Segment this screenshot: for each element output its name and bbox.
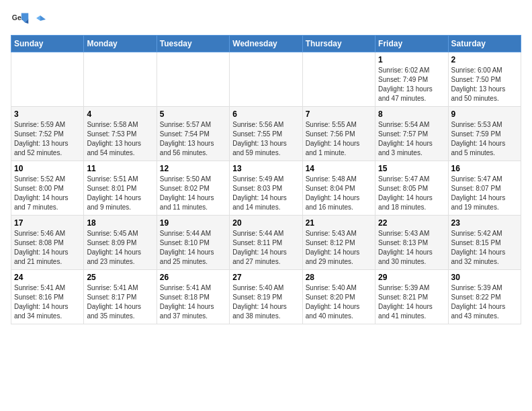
calendar-cell: 13Sunrise: 5:49 AM Sunset: 8:03 PM Dayli… <box>230 161 302 216</box>
day-detail: Sunrise: 5:47 AM Sunset: 8:05 PM Dayligh… <box>378 175 445 212</box>
calendar-cell <box>84 52 157 107</box>
day-number: 6 <box>232 109 299 119</box>
day-number: 8 <box>378 109 445 119</box>
day-number: 3 <box>14 109 81 119</box>
logo-icon: Gen <box>11 11 30 30</box>
calendar-cell: 14Sunrise: 5:48 AM Sunset: 8:04 PM Dayli… <box>302 161 375 216</box>
day-detail: Sunrise: 5:46 AM Sunset: 8:08 PM Dayligh… <box>14 229 81 267</box>
day-detail: Sunrise: 5:51 AM Sunset: 8:01 PM Dayligh… <box>87 175 153 212</box>
calendar-body: 1Sunrise: 6:02 AM Sunset: 7:49 PM Daylig… <box>11 52 521 324</box>
day-detail: Sunrise: 5:40 AM Sunset: 8:19 PM Dayligh… <box>232 283 299 321</box>
day-detail: Sunrise: 5:58 AM Sunset: 7:53 PM Dayligh… <box>87 120 153 158</box>
header: Gen <box>11 11 521 30</box>
calendar-cell: 15Sunrise: 5:47 AM Sunset: 8:05 PM Dayli… <box>375 161 448 216</box>
day-number: 16 <box>451 164 518 173</box>
day-number: 21 <box>306 218 372 228</box>
calendar-cell: 18Sunrise: 5:45 AM Sunset: 8:09 PM Dayli… <box>84 216 157 270</box>
day-number: 17 <box>14 218 81 228</box>
day-detail: Sunrise: 5:40 AM Sunset: 8:20 PM Dayligh… <box>306 283 372 321</box>
day-detail: Sunrise: 5:48 AM Sunset: 8:04 PM Dayligh… <box>306 175 372 212</box>
day-number: 15 <box>378 164 445 173</box>
day-number: 4 <box>87 109 153 119</box>
calendar-cell <box>157 52 229 107</box>
day-number: 19 <box>160 218 226 228</box>
day-number: 2 <box>451 55 518 64</box>
calendar-cell: 20Sunrise: 5:44 AM Sunset: 8:11 PM Dayli… <box>230 216 302 270</box>
calendar-cell: 3Sunrise: 5:59 AM Sunset: 7:52 PM Daylig… <box>11 107 84 161</box>
weekday-header-row: SundayMondayTuesdayWednesdayThursdayFrid… <box>11 36 521 52</box>
day-number: 5 <box>160 109 226 119</box>
day-number: 30 <box>451 273 518 282</box>
day-detail: Sunrise: 5:44 AM Sunset: 8:10 PM Dayligh… <box>160 229 226 267</box>
calendar-cell: 11Sunrise: 5:51 AM Sunset: 8:01 PM Dayli… <box>84 161 157 216</box>
calendar-cell: 8Sunrise: 5:54 AM Sunset: 7:57 PM Daylig… <box>375 107 448 161</box>
calendar-cell: 2Sunrise: 6:00 AM Sunset: 7:50 PM Daylig… <box>448 52 521 107</box>
calendar-cell: 27Sunrise: 5:40 AM Sunset: 8:19 PM Dayli… <box>230 270 302 324</box>
calendar-cell: 23Sunrise: 5:42 AM Sunset: 8:15 PM Dayli… <box>448 216 521 270</box>
calendar-week-row: 24Sunrise: 5:41 AM Sunset: 8:16 PM Dayli… <box>11 270 521 324</box>
day-detail: Sunrise: 5:41 AM Sunset: 8:17 PM Dayligh… <box>87 283 153 321</box>
day-detail: Sunrise: 5:55 AM Sunset: 7:56 PM Dayligh… <box>306 120 372 158</box>
calendar-cell: 29Sunrise: 5:39 AM Sunset: 8:21 PM Dayli… <box>375 270 448 324</box>
day-number: 7 <box>306 109 372 119</box>
day-detail: Sunrise: 5:41 AM Sunset: 8:18 PM Dayligh… <box>160 283 226 321</box>
calendar-week-row: 1Sunrise: 6:02 AM Sunset: 7:49 PM Daylig… <box>11 52 521 107</box>
day-detail: Sunrise: 5:49 AM Sunset: 8:03 PM Dayligh… <box>232 175 299 212</box>
weekday-header-wednesday: Wednesday <box>230 36 302 52</box>
weekday-header-saturday: Saturday <box>448 36 521 52</box>
weekday-header-friday: Friday <box>375 36 448 52</box>
svg-marker-3 <box>40 15 46 21</box>
calendar-cell: 5Sunrise: 5:57 AM Sunset: 7:54 PM Daylig… <box>157 107 229 161</box>
calendar-cell: 22Sunrise: 5:43 AM Sunset: 8:13 PM Dayli… <box>375 216 448 270</box>
calendar-week-row: 3Sunrise: 5:59 AM Sunset: 7:52 PM Daylig… <box>11 107 521 161</box>
calendar-cell: 1Sunrise: 6:02 AM Sunset: 7:49 PM Daylig… <box>375 52 448 107</box>
day-detail: Sunrise: 5:43 AM Sunset: 8:13 PM Dayligh… <box>378 229 445 267</box>
calendar-cell <box>11 52 84 107</box>
day-detail: Sunrise: 5:53 AM Sunset: 7:59 PM Dayligh… <box>451 120 518 158</box>
day-detail: Sunrise: 5:43 AM Sunset: 8:12 PM Dayligh… <box>306 229 372 267</box>
day-detail: Sunrise: 5:47 AM Sunset: 8:07 PM Dayligh… <box>451 175 518 212</box>
day-number: 1 <box>378 55 445 64</box>
day-detail: Sunrise: 5:54 AM Sunset: 7:57 PM Dayligh… <box>378 120 445 158</box>
day-detail: Sunrise: 6:02 AM Sunset: 7:49 PM Dayligh… <box>378 66 445 103</box>
logo: Gen <box>11 11 47 30</box>
weekday-header-tuesday: Tuesday <box>157 36 229 52</box>
calendar-cell: 25Sunrise: 5:41 AM Sunset: 8:17 PM Dayli… <box>84 270 157 324</box>
day-detail: Sunrise: 5:50 AM Sunset: 8:02 PM Dayligh… <box>160 175 226 212</box>
calendar-week-row: 17Sunrise: 5:46 AM Sunset: 8:08 PM Dayli… <box>11 216 521 270</box>
calendar-week-row: 10Sunrise: 5:52 AM Sunset: 8:00 PM Dayli… <box>11 161 521 216</box>
calendar-cell: 24Sunrise: 5:41 AM Sunset: 8:16 PM Dayli… <box>11 270 84 324</box>
calendar-table: SundayMondayTuesdayWednesdayThursdayFrid… <box>11 35 521 324</box>
svg-marker-4 <box>36 15 40 21</box>
day-detail: Sunrise: 5:42 AM Sunset: 8:15 PM Dayligh… <box>451 229 518 267</box>
day-number: 29 <box>378 273 445 282</box>
weekday-header-thursday: Thursday <box>302 36 375 52</box>
day-detail: Sunrise: 5:56 AM Sunset: 7:55 PM Dayligh… <box>232 120 299 158</box>
calendar-cell <box>302 52 375 107</box>
day-number: 26 <box>160 273 226 282</box>
day-number: 27 <box>232 273 299 282</box>
calendar-header: SundayMondayTuesdayWednesdayThursdayFrid… <box>11 36 521 52</box>
calendar-cell: 28Sunrise: 5:40 AM Sunset: 8:20 PM Dayli… <box>302 270 375 324</box>
day-detail: Sunrise: 5:59 AM Sunset: 7:52 PM Dayligh… <box>14 120 81 158</box>
calendar-cell: 10Sunrise: 5:52 AM Sunset: 8:00 PM Dayli… <box>11 161 84 216</box>
logo-bird-icon <box>34 14 47 28</box>
day-detail: Sunrise: 5:52 AM Sunset: 8:00 PM Dayligh… <box>14 175 81 212</box>
day-number: 18 <box>87 218 153 228</box>
calendar-cell: 7Sunrise: 5:55 AM Sunset: 7:56 PM Daylig… <box>302 107 375 161</box>
day-number: 25 <box>87 273 153 282</box>
calendar-cell: 17Sunrise: 5:46 AM Sunset: 8:08 PM Dayli… <box>11 216 84 270</box>
calendar-cell: 30Sunrise: 5:39 AM Sunset: 8:22 PM Dayli… <box>448 270 521 324</box>
day-detail: Sunrise: 5:44 AM Sunset: 8:11 PM Dayligh… <box>232 229 299 267</box>
calendar-cell: 12Sunrise: 5:50 AM Sunset: 8:02 PM Dayli… <box>157 161 229 216</box>
day-detail: Sunrise: 5:39 AM Sunset: 8:21 PM Dayligh… <box>378 283 445 321</box>
day-detail: Sunrise: 5:39 AM Sunset: 8:22 PM Dayligh… <box>451 283 518 321</box>
day-detail: Sunrise: 5:57 AM Sunset: 7:54 PM Dayligh… <box>160 120 226 158</box>
calendar-cell <box>230 52 302 107</box>
day-number: 13 <box>232 164 299 173</box>
day-number: 12 <box>160 164 226 173</box>
day-number: 24 <box>14 273 81 282</box>
weekday-header-monday: Monday <box>84 36 157 52</box>
calendar-cell: 16Sunrise: 5:47 AM Sunset: 8:07 PM Dayli… <box>448 161 521 216</box>
calendar-cell: 21Sunrise: 5:43 AM Sunset: 8:12 PM Dayli… <box>302 216 375 270</box>
